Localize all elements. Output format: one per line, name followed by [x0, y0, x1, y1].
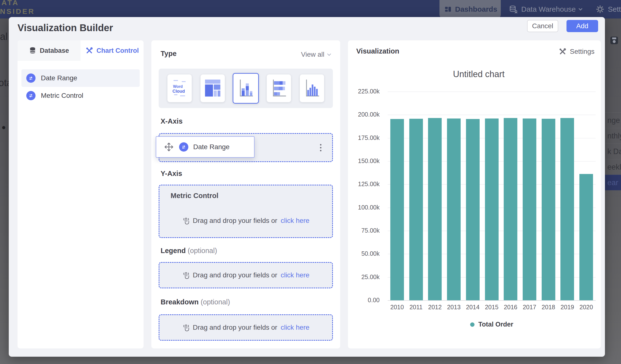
tap-hand-icon — [182, 217, 189, 225]
tab-database[interactable]: Database — [17, 40, 81, 61]
click-here-link[interactable]: click here — [281, 217, 309, 225]
nav-item-settings[interactable]: Settin — [596, 0, 621, 18]
word-cloud-word2: Cloud — [172, 89, 185, 94]
chart-type-treemap[interactable] — [201, 74, 225, 102]
bar-2012 — [428, 118, 442, 300]
y-tick-label: 75.00k — [348, 227, 380, 234]
field-item-metric-control[interactable]: Metric Control — [21, 87, 140, 104]
sliders-icon — [26, 73, 35, 83]
x-tick-label: 2012 — [428, 304, 442, 311]
breakdown-dropzone[interactable]: Drag and drop your fields or click here — [159, 314, 333, 341]
legend-series-label: Total Order — [478, 321, 514, 328]
view-all-button[interactable]: View all — [301, 51, 330, 58]
move-icon — [164, 142, 174, 152]
bar-2014 — [466, 119, 480, 300]
chart-type-stacked-bar[interactable] — [267, 74, 291, 102]
dragged-field-date-range[interactable]: Date Range — [156, 136, 255, 158]
chevron-down-icon — [579, 7, 583, 10]
y-tick-label: 150.00k — [348, 157, 380, 164]
gear-icon — [596, 5, 604, 14]
menu-item-fragment[interactable]: eekly — [605, 159, 621, 175]
y-tick-label: 225.00k — [348, 88, 380, 95]
dropzone-hint-text: Drag and drop your fields or — [193, 271, 277, 279]
tab-chart-control[interactable]: Chart Control — [81, 40, 144, 61]
bar-2018 — [542, 119, 555, 300]
legend-dropzone[interactable]: Drag and drop your fields or click here — [159, 262, 333, 288]
y-axis-group-label: Metric Control — [171, 192, 219, 200]
bar-2010 — [390, 119, 404, 300]
visualization-heading: Visualization — [356, 47, 399, 55]
data-warehouse-icon — [509, 5, 518, 14]
field-item-label: Metric Control — [41, 92, 83, 100]
tab-chart-control-label: Chart Control — [97, 47, 139, 54]
sliders-icon — [179, 142, 188, 152]
dragged-field-label: Date Range — [193, 143, 229, 151]
x-tick-label: 2020 — [579, 304, 593, 311]
top-navigation-bar: ATA NSIDER Dashboards Data Warehouse — [0, 0, 621, 18]
nav-item-data-warehouse[interactable]: Data Warehouse — [509, 0, 582, 18]
click-here-link[interactable]: click here — [281, 324, 309, 331]
dropzone-hint-text: Drag and drop your fields or — [193, 217, 277, 225]
background-bullet: ● — [1, 123, 6, 131]
y-axis-labels: 225.00k200.00k175.00k150.00k125.00k100.0… — [348, 91, 382, 300]
y-tick-label: 125.00k — [348, 181, 380, 188]
y-tick-label: 50.00k — [348, 250, 380, 257]
background-text-fragment: al — [0, 31, 8, 42]
nav-dashboards-label: Dashboards — [455, 5, 497, 13]
x-tick-label: 2011 — [410, 304, 423, 311]
dashboards-grid-icon — [444, 6, 452, 13]
visualization-panel: Visualization Settings Untitled chart 22… — [348, 40, 601, 348]
menu-item-fragment[interactable]: k Date — [605, 144, 621, 159]
save-icon[interactable] — [610, 36, 619, 46]
chart-type-word-cloud[interactable]: Word Cloud — [167, 74, 192, 102]
fields-panel: Database Chart Control — [17, 40, 144, 348]
word-cloud-word1: Word — [173, 85, 183, 88]
type-heading: Type — [161, 50, 177, 58]
menu-item-fragment[interactable]: nthly — [605, 128, 621, 144]
x-tick-label: 2013 — [447, 304, 461, 311]
bar-2013 — [447, 119, 461, 300]
x-tick-label: 2016 — [504, 304, 517, 311]
menu-item-fragment-selected[interactable]: ear — [605, 175, 621, 190]
x-tick-label: 2010 — [390, 304, 404, 311]
bar-2011 — [409, 119, 423, 300]
y-axis-dropzone[interactable]: Metric Control Drag and drop your fields… — [159, 185, 333, 238]
chart-legend: Total Order — [388, 321, 596, 328]
kebab-menu-icon[interactable] — [320, 144, 321, 151]
legend-dot — [470, 322, 475, 327]
plot-area: 2010201120122013201420152016201720182019… — [388, 91, 596, 300]
gridline — [388, 115, 596, 115]
app-root: ATA NSIDER Dashboards Data Warehouse — [0, 0, 621, 364]
menu-item-fragment[interactable]: nge — [605, 112, 621, 128]
bar-2019 — [560, 118, 574, 300]
builder-panel: Type View all Word Cloud — [151, 40, 340, 348]
field-item-date-range[interactable]: Date Range — [21, 69, 140, 87]
chart-type-stacked-column-selected[interactable] — [233, 73, 259, 104]
tools-icon — [86, 47, 93, 54]
chart-type-column[interactable] — [300, 74, 324, 102]
field-item-label: Date Range — [41, 74, 77, 82]
x-axis-heading: X-Axis — [161, 117, 183, 125]
tap-hand-icon — [182, 323, 189, 332]
chart-settings-button[interactable]: Settings — [559, 48, 594, 55]
tab-database-label: Database — [40, 47, 69, 54]
breakdown-heading: Breakdown (optional) — [161, 298, 230, 306]
y-tick-label: 0.00 — [348, 297, 380, 304]
view-all-label: View all — [301, 51, 324, 58]
click-here-link[interactable]: click here — [281, 271, 309, 279]
tap-hand-icon — [182, 271, 189, 279]
cancel-button[interactable]: Cancel — [527, 20, 558, 32]
legend-heading: Legend (optional) — [161, 247, 217, 255]
add-button[interactable]: Add — [567, 20, 598, 32]
x-tick-label: 2019 — [561, 304, 574, 311]
visualization-builder-modal: Visualization Builder Cancel Add Databas… — [9, 17, 605, 357]
x-tick-label: 2018 — [542, 304, 555, 311]
chart-title: Untitled chart — [375, 69, 583, 79]
fields-panel-tabs: Database Chart Control — [17, 40, 144, 61]
bar-2017 — [523, 119, 536, 300]
gridline — [388, 300, 596, 301]
dropzone-hint-text: Drag and drop your fields or — [193, 324, 277, 331]
background-dropdown-menu: nge nthly k Date eekly ear — [605, 112, 621, 190]
x-tick-label: 2015 — [485, 304, 499, 311]
nav-tab-dashboards[interactable]: Dashboards — [439, 0, 501, 18]
